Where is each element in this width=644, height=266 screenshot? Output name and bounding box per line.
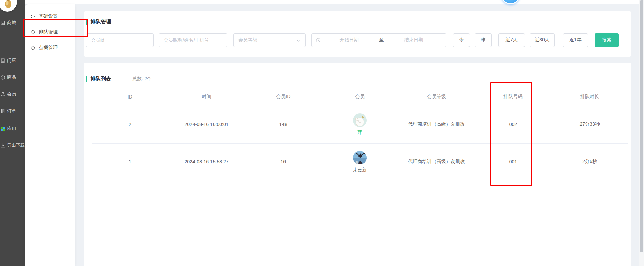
sidebar-item-mall[interactable]: 商城 bbox=[0, 19, 25, 26]
start-date-placeholder[interactable]: 开始日期 bbox=[321, 37, 378, 43]
sidebar-item-apps[interactable]: 应用 bbox=[0, 125, 25, 132]
cell-member-level: 代理商培训（高级）勿删改 bbox=[398, 144, 475, 180]
cell-member-id: 16 bbox=[245, 144, 321, 180]
submenu-item-queue-management[interactable]: 排队管理 bbox=[25, 24, 75, 40]
select-placeholder: 会员等级 bbox=[238, 37, 296, 43]
apps-icon bbox=[0, 126, 5, 131]
header-bar bbox=[25, 0, 639, 4]
table-row: 2 2024-08-16 16:00:01 148 bbox=[92, 105, 628, 144]
cell-member-id: 148 bbox=[245, 105, 321, 144]
sidebar-item-store[interactable]: 门店 bbox=[0, 57, 25, 64]
store-icon bbox=[0, 58, 5, 63]
member-avatar bbox=[353, 151, 367, 164]
list-title: 排队列表 bbox=[91, 76, 111, 82]
col-header-queue-duration: 排队时长 bbox=[551, 88, 628, 105]
col-header-queue-number: 排队号码 bbox=[475, 88, 552, 105]
radio-circle-icon bbox=[31, 15, 35, 18]
sidebar-item-export-download[interactable]: 导出下载 bbox=[0, 142, 25, 149]
sidebar-item-label: 商品 bbox=[7, 74, 16, 81]
quick-btn-today[interactable]: 今 bbox=[453, 33, 470, 47]
title-accent-bar bbox=[86, 76, 87, 82]
member-name-input[interactable] bbox=[159, 33, 227, 47]
cell-queue-duration: 2分6秒 bbox=[551, 144, 628, 180]
cell-member: 萍 bbox=[321, 105, 398, 144]
cell-member-level: 代理商培训（高级）勿删改 bbox=[398, 105, 475, 144]
cell-id: 2 bbox=[92, 105, 168, 144]
order-icon bbox=[0, 109, 5, 114]
download-icon bbox=[0, 143, 5, 148]
member-name[interactable]: 未更新 bbox=[353, 167, 366, 173]
scrollbar-thumb[interactable] bbox=[640, 0, 643, 252]
mall-icon bbox=[0, 20, 5, 25]
member-level-select[interactable]: 会员等级 bbox=[233, 33, 306, 47]
perfume-bottle-logo bbox=[0, 0, 17, 12]
main-content: 排队管理 会员等级 开始日期 至 结束日期 今 昨 近7天 近30天 近1年 搜… bbox=[75, 4, 639, 266]
quick-btn-7days[interactable]: 近7天 bbox=[498, 33, 525, 47]
radio-circle-icon bbox=[31, 46, 35, 50]
cell-time: 2024-08-16 16:00:01 bbox=[168, 105, 245, 144]
cell-queue-number: 002 bbox=[475, 105, 552, 144]
radio-circle-icon bbox=[31, 30, 35, 34]
table-header-row: ID 时间 会员ID 会员 会员等级 排队号码 排队时长 bbox=[92, 88, 628, 105]
clock-icon bbox=[316, 38, 321, 43]
search-button[interactable]: 搜索 bbox=[595, 33, 619, 47]
sidebar-item-goods[interactable]: 商品 bbox=[0, 74, 25, 81]
sidebar-item-label: 应用 bbox=[7, 126, 16, 132]
sidebar-item-label: 商城 bbox=[7, 20, 16, 26]
submenu-item-label: 基础设置 bbox=[39, 13, 58, 19]
col-header-member-level: 会员等级 bbox=[398, 88, 475, 105]
sidebar-item-label: 订单 bbox=[7, 108, 16, 114]
col-header-member-id: 会员ID bbox=[245, 88, 321, 105]
member-icon bbox=[0, 92, 5, 97]
quick-btn-30days[interactable]: 近30天 bbox=[530, 33, 555, 47]
cell-member: 未更新 bbox=[321, 144, 398, 180]
sidebar-item-order[interactable]: 订单 bbox=[0, 107, 25, 115]
col-header-id: ID bbox=[92, 88, 168, 105]
sidebar-item-label: 门店 bbox=[7, 57, 16, 64]
total-value: 2个 bbox=[145, 76, 151, 82]
queue-list-card: 排队列表 总数: 2个 ID 时间 会员ID 会员 会员等级 排队号码 排队时长 bbox=[84, 63, 631, 266]
main-sidebar: 商城 门店 商品 会员 订单 应用 导出下载 bbox=[0, 0, 25, 266]
brand-avatar[interactable] bbox=[0, 0, 17, 12]
goods-icon bbox=[0, 75, 5, 80]
sidebar-item-label: 会员 bbox=[7, 91, 16, 97]
submenu-panel: 基础设置 排队管理 点餐管理 bbox=[25, 4, 75, 266]
sidebar-item-member[interactable]: 会员 bbox=[0, 90, 25, 98]
col-header-time: 时间 bbox=[168, 88, 245, 105]
date-range-picker[interactable]: 开始日期 至 结束日期 bbox=[311, 33, 446, 47]
member-name[interactable]: 萍 bbox=[357, 129, 362, 136]
member-avatar bbox=[353, 113, 367, 127]
page-title: 排队管理 bbox=[91, 19, 111, 25]
col-header-member: 会员 bbox=[321, 88, 398, 105]
queue-table: ID 时间 会员ID 会员 会员等级 排队号码 排队时长 2 2024-08-1… bbox=[92, 88, 628, 180]
quick-btn-1year[interactable]: 近1年 bbox=[563, 33, 588, 47]
end-date-placeholder[interactable]: 结束日期 bbox=[385, 37, 442, 43]
total-label: 总数: bbox=[133, 76, 143, 82]
submenu-item-label: 点餐管理 bbox=[39, 45, 58, 51]
quick-btn-yesterday[interactable]: 昨 bbox=[475, 33, 492, 47]
cell-queue-number: 001 bbox=[475, 144, 552, 180]
queue-filter-card: 排队管理 会员等级 开始日期 至 结束日期 今 昨 近7天 近30天 近1年 搜… bbox=[84, 11, 631, 57]
cell-queue-duration: 27分33秒 bbox=[551, 105, 628, 144]
submenu-item-basic-settings[interactable]: 基础设置 bbox=[25, 9, 75, 23]
total-count: 总数: 2个 bbox=[133, 76, 151, 82]
submenu-item-label: 排队管理 bbox=[39, 29, 58, 35]
member-id-input[interactable] bbox=[86, 33, 154, 47]
date-separator: 至 bbox=[378, 37, 385, 43]
sidebar-item-label: 导出下载 bbox=[7, 142, 25, 148]
cell-time: 2024-08-16 15:58:27 bbox=[168, 144, 245, 180]
table-row: 1 2024-08-16 15:58:27 16 bbox=[92, 144, 628, 180]
cell-id: 1 bbox=[92, 144, 168, 180]
chevron-down-icon bbox=[296, 37, 300, 43]
vertical-scrollbar bbox=[639, 0, 644, 266]
title-accent-bar bbox=[86, 19, 87, 25]
submenu-item-ordering-management[interactable]: 点餐管理 bbox=[25, 40, 75, 55]
